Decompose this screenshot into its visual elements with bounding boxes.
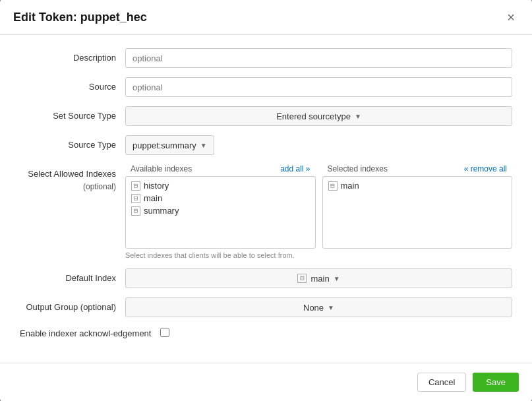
- index-item-label: history: [144, 181, 169, 191]
- source-type-button[interactable]: puppet:summary ▼: [125, 135, 214, 155]
- indexes-panels: Available indexes add all » ⊟ history ⊟: [125, 164, 512, 249]
- default-index-row: Default Index ⊟ main ▼: [20, 268, 512, 288]
- set-source-type-value: Entered sourcetype: [276, 111, 351, 121]
- selected-indexes-header: Selected indexes « remove all: [322, 164, 513, 176]
- default-index-db-icon: ⊟: [297, 274, 307, 283]
- source-type-row: Source Type puppet:summary ▼: [20, 135, 512, 155]
- set-source-type-control: Entered sourcetype ▼: [125, 106, 512, 126]
- description-input[interactable]: [125, 48, 512, 68]
- modal-footer: Cancel Save: [0, 363, 532, 401]
- modal-title: Edit Token: puppet_hec: [13, 11, 147, 24]
- cancel-button[interactable]: Cancel: [417, 373, 466, 392]
- default-index-caret: ▼: [334, 275, 340, 282]
- source-input[interactable]: [125, 77, 512, 97]
- save-button[interactable]: Save: [473, 373, 519, 392]
- remove-all-link[interactable]: « remove all: [464, 164, 507, 173]
- list-item[interactable]: ⊟ summary: [126, 204, 315, 217]
- index-hint: Select indexes that clients will be able…: [125, 251, 512, 259]
- enable-ack-control: [160, 326, 169, 339]
- index-db-icon: ⊟: [131, 206, 140, 216]
- set-source-type-row: Set Source Type Entered sourcetype ▼: [20, 106, 512, 126]
- description-label: Description: [20, 48, 125, 64]
- available-indexes-panel: Available indexes add all » ⊟ history ⊟: [125, 164, 316, 249]
- source-row: Source: [20, 77, 512, 97]
- source-type-control: puppet:summary ▼: [125, 135, 512, 155]
- output-group-control: None ▼: [125, 297, 512, 317]
- enable-ack-checkbox[interactable]: [160, 328, 169, 337]
- source-type-label: Source Type: [20, 135, 125, 151]
- description-row: Description: [20, 48, 512, 68]
- selected-indexes-title: Selected indexes: [328, 164, 388, 173]
- output-group-label: Output Group (optional): [20, 297, 125, 313]
- selected-indexes-list: ⊟ main: [322, 176, 513, 249]
- available-indexes-list: ⊟ history ⊟ main ⊟ summary: [125, 176, 316, 249]
- index-item-label: main: [144, 193, 162, 203]
- default-index-button[interactable]: ⊟ main ▼: [125, 268, 512, 288]
- modal-body: Description Source Set Source Type Enter…: [0, 35, 532, 362]
- available-indexes-title: Available indexes: [131, 164, 192, 173]
- modal-header: Edit Token: puppet_hec ×: [0, 0, 532, 35]
- select-indexes-label: Select Allowed Indexes (optional): [20, 164, 125, 192]
- add-all-link[interactable]: add all »: [280, 164, 310, 173]
- output-group-row: Output Group (optional) None ▼: [20, 297, 512, 317]
- default-index-control: ⊟ main ▼: [125, 268, 512, 288]
- set-source-type-button[interactable]: Entered sourcetype ▼: [125, 106, 512, 126]
- list-item[interactable]: ⊟ history: [126, 179, 315, 192]
- list-item[interactable]: ⊟ main: [126, 192, 315, 204]
- index-db-icon: ⊟: [131, 194, 140, 203]
- index-db-icon: ⊟: [328, 181, 338, 191]
- list-item[interactable]: ⊟ main: [323, 179, 512, 192]
- source-type-value: puppet:summary: [133, 140, 196, 150]
- set-source-type-label: Set Source Type: [20, 106, 125, 122]
- available-indexes-header: Available indexes add all »: [125, 164, 316, 176]
- index-item-label: summary: [144, 206, 179, 216]
- index-item-label: main: [341, 181, 359, 191]
- enable-ack-label: Enable indexer acknowl-edgement: [20, 326, 160, 340]
- set-source-type-caret: ▼: [355, 113, 361, 120]
- selected-indexes-panel: Selected indexes « remove all ⊟ main: [322, 164, 513, 249]
- modal-overlay: Edit Token: puppet_hec × Description Sou…: [0, 0, 532, 401]
- index-db-icon: ⊟: [131, 181, 140, 191]
- output-group-value: None: [303, 303, 324, 313]
- default-index-value: main: [310, 274, 329, 284]
- default-index-label: Default Index: [20, 268, 125, 284]
- source-type-caret: ▼: [200, 142, 207, 149]
- output-group-caret: ▼: [328, 304, 334, 311]
- source-control: [125, 77, 512, 97]
- close-button[interactable]: ×: [503, 9, 519, 25]
- description-control: [125, 48, 512, 68]
- source-label: Source: [20, 77, 125, 93]
- enable-ack-row: Enable indexer acknowl-edgement: [20, 326, 512, 340]
- indexes-row: Select Allowed Indexes (optional) Availa…: [20, 164, 512, 259]
- edit-token-modal: Edit Token: puppet_hec × Description Sou…: [0, 0, 532, 401]
- output-group-button[interactable]: None ▼: [125, 297, 512, 317]
- indexes-control: Available indexes add all » ⊟ history ⊟: [125, 164, 512, 259]
